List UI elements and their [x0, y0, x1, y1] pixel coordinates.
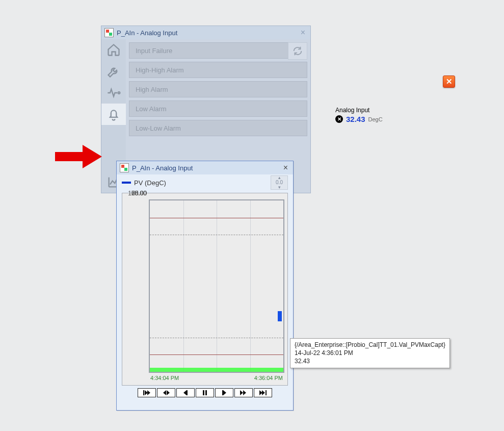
threshold-hi: [150, 235, 283, 235]
home-icon: [107, 43, 121, 57]
good-band: [150, 368, 283, 372]
trend-playback-controls: [122, 388, 288, 398]
close-icon: ✕: [446, 77, 453, 86]
threshold-lo: [150, 338, 283, 338]
chevron-down-icon: ▾: [278, 185, 281, 190]
ai-label: Analog Input: [335, 107, 383, 114]
trend-toolbar: PV (DegC) ▴ 0.0 ▾: [117, 174, 293, 191]
alarm-row[interactable]: Low-Low Alarm: [129, 120, 307, 136]
alarm-row[interactable]: Input Failure: [129, 42, 307, 59]
tooltip-tag: {/Area_Enterprise::[Probio_Cal]TT_01.Val…: [295, 341, 445, 349]
faceplate-title: P_AIn - Analog Input: [117, 29, 177, 37]
step-forward-icon: [221, 390, 228, 395]
svg-rect-8: [187, 390, 188, 395]
error-close-button[interactable]: ✕: [443, 75, 455, 88]
step-back-icon: [182, 390, 189, 395]
pen-swatch: [122, 182, 131, 184]
step-forward-button[interactable]: [215, 388, 233, 397]
app-icon: [120, 163, 129, 172]
close-icon[interactable]: ×: [281, 163, 290, 172]
app-icon: [104, 28, 114, 37]
skip-start-button[interactable]: [138, 388, 156, 397]
svg-rect-11: [222, 390, 223, 395]
step-back-button[interactable]: [176, 388, 195, 397]
bell-icon: [107, 107, 121, 121]
rewind-icon: [163, 390, 170, 395]
nav-diagnostics-button[interactable]: [101, 82, 126, 104]
trend-window: P_AIn - Analog Input × PV (DegC) ▴ 0.0 ▾…: [116, 161, 294, 411]
svg-point-0: [118, 92, 120, 94]
svg-marker-12: [223, 390, 226, 395]
refresh-icon: [292, 45, 303, 57]
skip-end-icon: [259, 390, 267, 395]
trend-chart[interactable]: 100.00 75.00 50.00 25.00 0.00 4:34:04 PM…: [122, 193, 288, 386]
svg-marker-4: [163, 390, 166, 393]
refresh-button[interactable]: [288, 42, 307, 60]
threshold-hihi: [150, 218, 283, 218]
pointer-arrow-icon: [55, 145, 102, 170]
skip-start-icon: [143, 390, 150, 395]
alarm-row[interactable]: Low Alarm: [129, 100, 307, 117]
alarm-label: High Alarm: [136, 86, 168, 93]
alarm-label: High-High Alarm: [136, 66, 184, 74]
plot-area: [149, 199, 284, 373]
nav-home-button[interactable]: [101, 39, 126, 61]
trend-title: P_AIn - Analog Input: [132, 164, 193, 172]
alarm-label: Input Failure: [136, 47, 172, 55]
svg-marker-6: [167, 390, 170, 395]
svg-rect-1: [143, 390, 144, 395]
nav-maintenance-button[interactable]: [101, 61, 126, 82]
pv-marker: [278, 311, 282, 321]
x-tick-start: 4:34:04 PM: [150, 375, 179, 381]
alarm-label: Low-Low Alarm: [136, 124, 181, 132]
svg-rect-9: [203, 390, 204, 395]
svg-marker-16: [262, 390, 265, 395]
analog-input-widget[interactable]: Analog Input 32.43 DegC: [335, 107, 383, 123]
nav-alarm-button[interactable]: [101, 104, 126, 125]
autoscale-button[interactable]: ▴ 0.0 ▾: [271, 175, 288, 190]
status-bad-icon: [335, 115, 343, 123]
trend-titlebar[interactable]: P_AIn - Analog Input ×: [117, 161, 293, 174]
svg-marker-7: [183, 390, 187, 395]
pause-button[interactable]: [196, 388, 214, 397]
svg-rect-17: [266, 390, 267, 395]
wrench-icon: [107, 64, 121, 79]
ai-value: 32.43: [346, 115, 365, 123]
grid-line: [183, 200, 184, 372]
fast-forward-icon: [240, 390, 247, 395]
svg-marker-13: [240, 390, 243, 395]
pause-icon: [201, 390, 208, 395]
ai-unit: DegC: [368, 116, 383, 122]
tooltip-value: 32.43: [295, 357, 445, 365]
threshold-lolo: [150, 354, 283, 355]
close-icon[interactable]: ×: [299, 28, 307, 37]
pen-label: PV (DegC): [134, 179, 166, 187]
svg-marker-3: [147, 390, 150, 395]
trend-tooltip: {/Area_Enterprise::[Probio_Cal]TT_01.Val…: [290, 338, 450, 368]
faceplate-titlebar[interactable]: P_AIn - Analog Input ×: [101, 26, 310, 39]
x-tick-end: 4:36:04 PM: [254, 375, 283, 381]
alarm-row[interactable]: High-High Alarm: [129, 62, 307, 78]
skip-end-button[interactable]: [254, 388, 272, 397]
fast-forward-button[interactable]: [234, 388, 253, 397]
grid-line: [217, 200, 217, 372]
svg-marker-14: [243, 390, 246, 395]
rewind-button[interactable]: [157, 388, 175, 397]
svg-marker-5: [163, 393, 166, 395]
y-tick-label: 0.00: [125, 190, 147, 197]
svg-rect-10: [205, 390, 207, 395]
grid-line: [250, 200, 251, 372]
alarm-label: Low Alarm: [136, 105, 167, 113]
pulse-icon: [107, 86, 121, 100]
tooltip-timestamp: 14-Jul-22 4:36:01 PM: [295, 349, 445, 357]
alarm-row[interactable]: High Alarm: [129, 81, 307, 97]
